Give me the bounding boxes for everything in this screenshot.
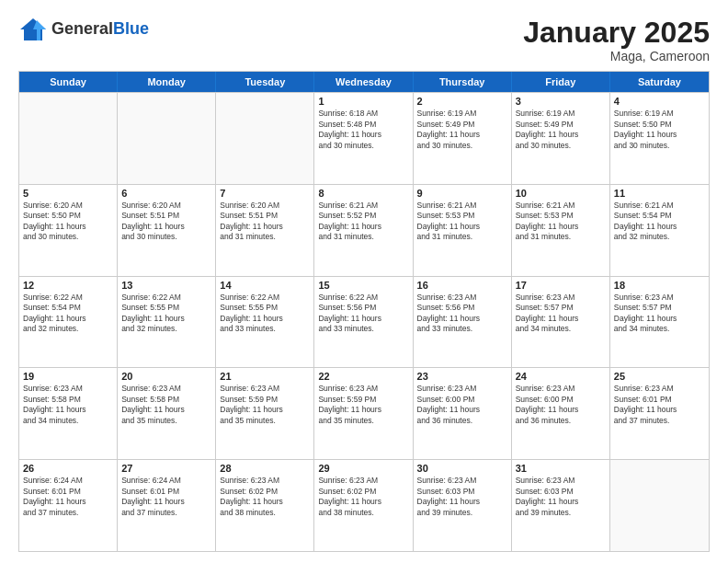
day-info: Sunrise: 6:23 AM Sunset: 5:59 PM Dayligh…: [220, 384, 310, 426]
day-number: 25: [614, 371, 705, 382]
day-info: Sunrise: 6:20 AM Sunset: 5:51 PM Dayligh…: [121, 201, 211, 243]
day-cell-7: 7Sunrise: 6:20 AM Sunset: 5:51 PM Daylig…: [216, 185, 314, 276]
day-number: 7: [220, 188, 310, 199]
day-cell-15: 15Sunrise: 6:22 AM Sunset: 5:56 PM Dayli…: [314, 277, 413, 368]
day-cell-11: 11Sunrise: 6:21 AM Sunset: 5:54 PM Dayli…: [610, 185, 709, 276]
day-info: Sunrise: 6:21 AM Sunset: 5:54 PM Dayligh…: [614, 201, 705, 243]
header: GeneralBlue January 2025 Maga, Cameroon: [18, 17, 710, 63]
day-cell-22: 22Sunrise: 6:23 AM Sunset: 5:59 PM Dayli…: [314, 368, 413, 459]
calendar-row-0: 1Sunrise: 6:18 AM Sunset: 5:48 PM Daylig…: [19, 92, 709, 184]
day-cell-12: 12Sunrise: 6:22 AM Sunset: 5:54 PM Dayli…: [19, 277, 118, 368]
day-number: 30: [417, 463, 507, 474]
day-info: Sunrise: 6:19 AM Sunset: 5:50 PM Dayligh…: [614, 109, 705, 151]
day-info: Sunrise: 6:23 AM Sunset: 6:00 PM Dayligh…: [516, 384, 606, 426]
empty-cell: [610, 460, 709, 551]
day-cell-28: 28Sunrise: 6:23 AM Sunset: 6:02 PM Dayli…: [216, 460, 314, 551]
day-number: 15: [318, 280, 408, 291]
empty-cell: [216, 93, 314, 184]
day-info: Sunrise: 6:23 AM Sunset: 6:03 PM Dayligh…: [417, 476, 507, 518]
day-info: Sunrise: 6:23 AM Sunset: 6:03 PM Dayligh…: [516, 476, 606, 518]
day-info: Sunrise: 6:21 AM Sunset: 5:53 PM Dayligh…: [417, 201, 507, 243]
calendar-row-1: 5Sunrise: 6:20 AM Sunset: 5:50 PM Daylig…: [19, 184, 709, 276]
empty-cell: [118, 93, 216, 184]
day-number: 21: [220, 371, 310, 382]
logo: GeneralBlue: [18, 17, 149, 42]
day-number: 29: [318, 463, 408, 474]
day-cell-31: 31Sunrise: 6:23 AM Sunset: 6:03 PM Dayli…: [512, 460, 610, 551]
day-number: 5: [23, 188, 113, 199]
day-number: 8: [318, 188, 408, 199]
day-number: 3: [516, 96, 606, 107]
day-info: Sunrise: 6:23 AM Sunset: 5:59 PM Dayligh…: [318, 384, 408, 426]
day-cell-16: 16Sunrise: 6:23 AM Sunset: 5:56 PM Dayli…: [414, 277, 512, 368]
weekday-header-saturday: Saturday: [610, 72, 709, 92]
day-number: 28: [220, 463, 310, 474]
day-number: 27: [121, 463, 211, 474]
day-number: 1: [318, 96, 408, 107]
day-cell-8: 8Sunrise: 6:21 AM Sunset: 5:52 PM Daylig…: [314, 185, 413, 276]
month-title: January 2025: [523, 17, 710, 49]
day-info: Sunrise: 6:23 AM Sunset: 6:01 PM Dayligh…: [614, 384, 705, 426]
day-info: Sunrise: 6:20 AM Sunset: 5:50 PM Dayligh…: [23, 201, 113, 243]
day-cell-24: 24Sunrise: 6:23 AM Sunset: 6:00 PM Dayli…: [512, 368, 610, 459]
day-info: Sunrise: 6:21 AM Sunset: 5:53 PM Dayligh…: [516, 201, 606, 243]
day-cell-4: 4Sunrise: 6:19 AM Sunset: 5:50 PM Daylig…: [610, 93, 709, 184]
day-cell-23: 23Sunrise: 6:23 AM Sunset: 6:00 PM Dayli…: [414, 368, 512, 459]
day-info: Sunrise: 6:20 AM Sunset: 5:51 PM Dayligh…: [220, 201, 310, 243]
day-cell-14: 14Sunrise: 6:22 AM Sunset: 5:55 PM Dayli…: [216, 277, 314, 368]
day-cell-18: 18Sunrise: 6:23 AM Sunset: 5:57 PM Dayli…: [610, 277, 709, 368]
day-number: 24: [516, 371, 606, 382]
day-info: Sunrise: 6:23 AM Sunset: 6:00 PM Dayligh…: [417, 384, 507, 426]
day-cell-17: 17Sunrise: 6:23 AM Sunset: 5:57 PM Dayli…: [512, 277, 610, 368]
day-info: Sunrise: 6:23 AM Sunset: 5:57 PM Dayligh…: [516, 293, 606, 335]
weekday-header-wednesday: Wednesday: [314, 72, 413, 92]
day-info: Sunrise: 6:22 AM Sunset: 5:54 PM Dayligh…: [23, 293, 113, 335]
day-info: Sunrise: 6:21 AM Sunset: 5:52 PM Dayligh…: [318, 201, 408, 243]
day-number: 23: [417, 371, 507, 382]
day-cell-25: 25Sunrise: 6:23 AM Sunset: 6:01 PM Dayli…: [610, 368, 709, 459]
day-info: Sunrise: 6:22 AM Sunset: 5:55 PM Dayligh…: [121, 293, 211, 335]
day-info: Sunrise: 6:24 AM Sunset: 6:01 PM Dayligh…: [121, 476, 211, 518]
day-cell-29: 29Sunrise: 6:23 AM Sunset: 6:02 PM Dayli…: [314, 460, 413, 551]
empty-cell: [19, 93, 118, 184]
day-number: 4: [614, 96, 705, 107]
day-number: 11: [614, 188, 705, 199]
day-cell-10: 10Sunrise: 6:21 AM Sunset: 5:53 PM Dayli…: [512, 185, 610, 276]
day-info: Sunrise: 6:18 AM Sunset: 5:48 PM Dayligh…: [318, 109, 408, 151]
day-cell-3: 3Sunrise: 6:19 AM Sunset: 5:49 PM Daylig…: [512, 93, 610, 184]
day-cell-9: 9Sunrise: 6:21 AM Sunset: 5:53 PM Daylig…: [414, 185, 512, 276]
day-cell-30: 30Sunrise: 6:23 AM Sunset: 6:03 PM Dayli…: [414, 460, 512, 551]
day-cell-19: 19Sunrise: 6:23 AM Sunset: 5:58 PM Dayli…: [19, 368, 118, 459]
day-number: 2: [417, 96, 507, 107]
day-number: 19: [23, 371, 113, 382]
logo-icon: [18, 17, 48, 42]
weekday-header-monday: Monday: [118, 72, 216, 92]
day-number: 10: [516, 188, 606, 199]
title-area: January 2025 Maga, Cameroon: [523, 17, 710, 63]
page: GeneralBlue January 2025 Maga, Cameroon …: [0, 0, 728, 563]
calendar-header: SundayMondayTuesdayWednesdayThursdayFrid…: [19, 72, 709, 92]
day-number: 6: [121, 188, 211, 199]
day-number: 31: [516, 463, 606, 474]
day-info: Sunrise: 6:23 AM Sunset: 5:58 PM Dayligh…: [23, 384, 113, 426]
day-info: Sunrise: 6:22 AM Sunset: 5:55 PM Dayligh…: [220, 293, 310, 335]
day-number: 22: [318, 371, 408, 382]
day-number: 26: [23, 463, 113, 474]
day-info: Sunrise: 6:24 AM Sunset: 6:01 PM Dayligh…: [23, 476, 113, 518]
day-info: Sunrise: 6:23 AM Sunset: 6:02 PM Dayligh…: [318, 476, 408, 518]
day-number: 16: [417, 280, 507, 291]
day-info: Sunrise: 6:19 AM Sunset: 5:49 PM Dayligh…: [516, 109, 606, 151]
day-cell-13: 13Sunrise: 6:22 AM Sunset: 5:55 PM Dayli…: [118, 277, 216, 368]
calendar-body: 1Sunrise: 6:18 AM Sunset: 5:48 PM Daylig…: [19, 92, 709, 551]
calendar-row-4: 26Sunrise: 6:24 AM Sunset: 6:01 PM Dayli…: [19, 459, 709, 551]
day-cell-5: 5Sunrise: 6:20 AM Sunset: 5:50 PM Daylig…: [19, 185, 118, 276]
day-number: 14: [220, 280, 310, 291]
day-number: 18: [614, 280, 705, 291]
day-cell-21: 21Sunrise: 6:23 AM Sunset: 5:59 PM Dayli…: [216, 368, 314, 459]
calendar-row-2: 12Sunrise: 6:22 AM Sunset: 5:54 PM Dayli…: [19, 276, 709, 368]
calendar: SundayMondayTuesdayWednesdayThursdayFrid…: [18, 71, 710, 552]
day-cell-1: 1Sunrise: 6:18 AM Sunset: 5:48 PM Daylig…: [314, 93, 413, 184]
day-number: 13: [121, 280, 211, 291]
calendar-row-3: 19Sunrise: 6:23 AM Sunset: 5:58 PM Dayli…: [19, 367, 709, 459]
day-info: Sunrise: 6:22 AM Sunset: 5:56 PM Dayligh…: [318, 293, 408, 335]
